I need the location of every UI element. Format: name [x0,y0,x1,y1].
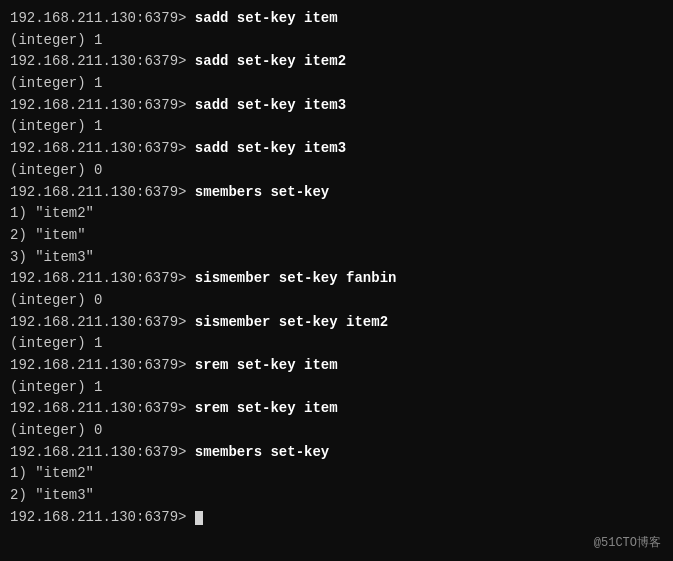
line-7: 192.168.211.130:6379> sismember set-key … [10,312,663,334]
cmd-1: sadd set-key item [195,10,338,26]
resp-5a: 1) "item2" [10,203,663,225]
cmd-9: srem set-key item [195,400,338,416]
cmd-3: sadd set-key item3 [195,97,346,113]
cursor [195,511,203,525]
resp-4: (integer) 0 [10,160,663,182]
prompt-4: 192.168.211.130:6379> [10,140,195,156]
prompt-1: 192.168.211.130:6379> [10,10,195,26]
line-4: 192.168.211.130:6379> sadd set-key item3 [10,138,663,160]
resp-9: (integer) 0 [10,420,663,442]
cmd-7: sismember set-key item2 [195,314,388,330]
prompt-2: 192.168.211.130:6379> [10,53,195,69]
prompt-7: 192.168.211.130:6379> [10,314,195,330]
prompt-input: 192.168.211.130:6379> [10,509,195,525]
cmd-2: sadd set-key item2 [195,53,346,69]
prompt-9: 192.168.211.130:6379> [10,400,195,416]
line-1: 192.168.211.130:6379> sadd set-key item [10,8,663,30]
resp-8: (integer) 1 [10,377,663,399]
cmd-6: sismember set-key fanbin [195,270,397,286]
cmd-5: smembers set-key [195,184,329,200]
prompt-8: 192.168.211.130:6379> [10,357,195,373]
line-3: 192.168.211.130:6379> sadd set-key item3 [10,95,663,117]
line-9: 192.168.211.130:6379> srem set-key item [10,398,663,420]
resp-10a: 1) "item2" [10,463,663,485]
prompt-6: 192.168.211.130:6379> [10,270,195,286]
cmd-8: srem set-key item [195,357,338,373]
prompt-5: 192.168.211.130:6379> [10,184,195,200]
cmd-10: smembers set-key [195,444,329,460]
line-8: 192.168.211.130:6379> srem set-key item [10,355,663,377]
terminal-output: 192.168.211.130:6379> sadd set-key item … [10,8,663,529]
watermark: @51CTO博客 [594,534,661,551]
resp-6: (integer) 0 [10,290,663,312]
line-6: 192.168.211.130:6379> sismember set-key … [10,268,663,290]
terminal-window: 192.168.211.130:6379> sadd set-key item … [0,0,673,561]
cmd-4: sadd set-key item3 [195,140,346,156]
line-5: 192.168.211.130:6379> smembers set-key [10,182,663,204]
resp-5b: 2) "item" [10,225,663,247]
line-2: 192.168.211.130:6379> sadd set-key item2 [10,51,663,73]
resp-10b: 2) "item3" [10,485,663,507]
resp-1: (integer) 1 [10,30,663,52]
resp-3: (integer) 1 [10,116,663,138]
resp-2: (integer) 1 [10,73,663,95]
line-10: 192.168.211.130:6379> smembers set-key [10,442,663,464]
resp-7: (integer) 1 [10,333,663,355]
resp-5c: 3) "item3" [10,247,663,269]
prompt-3: 192.168.211.130:6379> [10,97,195,113]
input-line[interactable]: 192.168.211.130:6379> [10,507,663,529]
prompt-10: 192.168.211.130:6379> [10,444,195,460]
